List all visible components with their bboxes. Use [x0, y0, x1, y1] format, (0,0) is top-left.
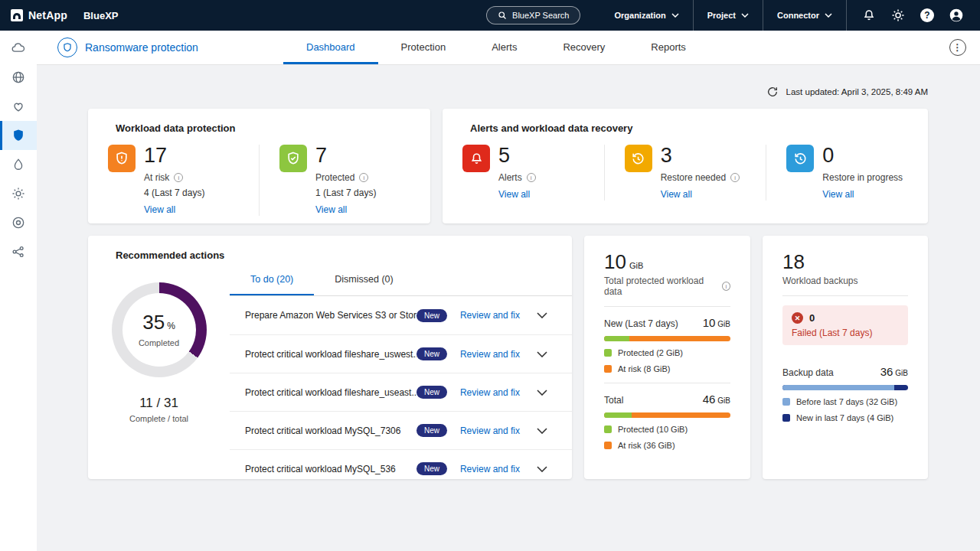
restore-progress-count: 0 [822, 145, 903, 167]
action-row: Protect critical workload MySQL_536 New … [230, 449, 572, 487]
review-and-fix-link[interactable]: Review and fix [460, 310, 520, 321]
restore-needed-view-all-link[interactable]: View all [661, 189, 692, 200]
top-icons: ? [859, 5, 966, 25]
sidebar-item-5[interactable] [0, 150, 37, 179]
chevron-down-icon [671, 13, 679, 18]
expand-chevron-icon[interactable] [537, 351, 547, 357]
sidebar-item-7[interactable] [0, 208, 37, 237]
alerts-label: Alerts [498, 172, 522, 183]
legend-item: Before last 7 days (32 GiB) [782, 397, 908, 406]
account-icon[interactable] [946, 5, 966, 25]
service-tabs: Dashboard Protection Alerts Recovery Rep… [283, 31, 709, 64]
at-risk-stat: 17 At riski 4 (Last 7 days) View all [88, 145, 259, 216]
restore-in-progress-icon [786, 145, 814, 172]
restore-progress-view-all-link[interactable]: View all [822, 189, 854, 200]
expand-chevron-icon[interactable] [537, 466, 547, 472]
tab-dismissed[interactable]: Dismissed (0) [314, 264, 413, 295]
disc-icon [11, 215, 26, 230]
protected-data-unit: GiB [629, 261, 643, 270]
sidebar-item-1[interactable] [0, 34, 37, 63]
more-options-icon[interactable]: ⋮ [949, 39, 966, 56]
sidebar-item-6[interactable] [0, 179, 37, 208]
complete-total-label: Complete / total [129, 414, 188, 423]
protected-label: Protected [315, 172, 354, 183]
action-row: Protect critical workload MySQL_7306 New… [230, 411, 572, 449]
info-icon[interactable]: i [722, 282, 730, 291]
help-icon[interactable]: ? [917, 5, 937, 25]
tab-reports[interactable]: Reports [628, 31, 709, 64]
card-title: Recommended actions [88, 236, 572, 261]
total-section-unit: GiB [717, 396, 730, 405]
new-protection-bar [604, 336, 730, 341]
percent-unit: % [167, 321, 175, 331]
expand-chevron-icon[interactable] [537, 428, 547, 434]
protected-view-all-link[interactable]: View all [315, 204, 347, 215]
action-title: Protect critical workload fileshare_usea… [245, 387, 416, 398]
tab-protection[interactable]: Protection [378, 31, 469, 64]
legend-item: At risk (8 GiB) [604, 364, 730, 373]
legend-item: Protected (2 GiB) [604, 348, 730, 357]
organization-label: Organization [614, 11, 665, 20]
left-nav-sidebar [0, 31, 37, 551]
action-row: Prepare Amazon Web Services S3 or Storag… [230, 296, 572, 334]
backup-data-unit: GiB [895, 369, 908, 377]
sidebar-item-8[interactable] [0, 237, 37, 266]
tab-alerts[interactable]: Alerts [469, 31, 540, 64]
service-title-wrap: Ransomware protection [37, 37, 266, 57]
top-menus: Organization Project Connector [600, 0, 847, 31]
tab-to-do[interactable]: To do (20) [230, 264, 314, 295]
alerts-count: 5 [498, 145, 536, 167]
project-menu[interactable]: Project [694, 0, 763, 31]
failed-backups-box: ✕ 0 Failed (Last 7 days) [782, 305, 908, 345]
actions-tabs: To do (20) Dismissed (0) [230, 264, 572, 296]
legend-item: New in last 7 days (4 GiB) [782, 413, 908, 422]
alert-bell-icon [462, 145, 490, 172]
review-and-fix-link[interactable]: Review and fix [460, 425, 520, 436]
alerts-recovery-card: Alerts and workload data recovery 5 Aler… [443, 109, 928, 223]
completion-label: Completed [139, 338, 179, 347]
backup-data-value: 36 [880, 365, 893, 378]
info-icon[interactable]: i [730, 173, 740, 182]
new-badge: New [416, 462, 447, 475]
expand-chevron-icon[interactable] [537, 312, 547, 318]
alerts-view-all-link[interactable]: View all [498, 189, 530, 200]
review-and-fix-link[interactable]: Review and fix [460, 387, 520, 398]
refresh-icon[interactable] [766, 85, 779, 99]
sidebar-item-3[interactable] [0, 92, 37, 121]
completion-percent: 35 [142, 311, 165, 334]
tab-recovery[interactable]: Recovery [540, 31, 628, 64]
info-icon[interactable]: i [527, 173, 536, 182]
service-header: Ransomware protection Dashboard Protecti… [37, 31, 980, 65]
failed-x-circle-icon: ✕ [792, 312, 803, 324]
at-risk-view-all-link[interactable]: View all [144, 204, 175, 215]
at-risk-count: 17 [144, 145, 204, 167]
bluexp-search-button[interactable]: BlueXP Search [486, 6, 580, 24]
info-icon[interactable]: i [174, 173, 183, 182]
organization-menu[interactable]: Organization [600, 0, 692, 31]
review-and-fix-link[interactable]: Review and fix [460, 464, 520, 474]
backup-data-bar [782, 385, 908, 390]
failed-count: 0 [809, 312, 815, 324]
backups-label: Workload backups [782, 276, 858, 286]
sidebar-item-2[interactable] [0, 63, 37, 92]
review-and-fix-link[interactable]: Review and fix [460, 349, 520, 360]
share-nodes-icon [11, 244, 26, 259]
workload-backups-card: 18 Workload backups ✕ 0 Failed (Last 7 d… [763, 236, 928, 479]
sidebar-item-ransomware-protection[interactable] [0, 121, 37, 150]
connector-menu[interactable]: Connector [763, 0, 846, 31]
card-title: Workload data protection [88, 109, 430, 134]
legend-item: At risk (36 GiB) [604, 441, 730, 450]
notifications-bell-icon[interactable] [859, 5, 879, 25]
connector-label: Connector [777, 11, 819, 20]
info-icon[interactable]: i [359, 173, 368, 182]
failed-label: Failed (Last 7 days) [792, 328, 899, 338]
green-square-icon [604, 425, 612, 433]
action-title: Protect critical workload MySQL_7306 [245, 425, 416, 436]
new-section-value: 10 [703, 316, 716, 329]
expand-chevron-icon[interactable] [537, 390, 547, 396]
gear-icon [11, 186, 26, 201]
tab-dashboard[interactable]: Dashboard [283, 31, 378, 64]
protected-data-subtitle: Total protected workload data [604, 276, 717, 297]
settings-gear-icon[interactable] [888, 5, 908, 25]
search-icon [498, 11, 507, 20]
